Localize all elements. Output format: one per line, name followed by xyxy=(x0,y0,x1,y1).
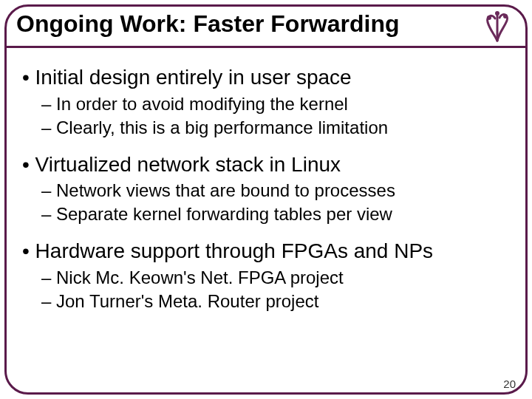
page-number: 20 xyxy=(503,378,516,390)
bullet-sub: – Network views that are bound to proces… xyxy=(41,180,517,202)
bullet-group: • Virtualized network stack in Linux – N… xyxy=(22,152,517,226)
svg-point-0 xyxy=(487,16,491,20)
svg-point-2 xyxy=(495,11,499,16)
bullet-group: • Initial design entirely in user space … xyxy=(22,65,517,139)
svg-point-1 xyxy=(503,14,508,18)
bullet-main: • Virtualized network stack in Linux xyxy=(22,152,517,177)
bullet-main: • Initial design entirely in user space xyxy=(22,65,517,90)
title-underline xyxy=(4,46,528,48)
decorative-logo-icon xyxy=(479,7,516,44)
bullet-sub: – Clearly, this is a big performance lim… xyxy=(41,117,517,139)
bullet-main: • Hardware support through FPGAs and NPs xyxy=(22,239,517,264)
bullet-sub: – Nick Mc. Keown's Net. FPGA project xyxy=(41,267,517,289)
slide-title: Ongoing Work: Faster Forwarding xyxy=(16,10,400,38)
bullet-group: • Hardware support through FPGAs and NPs… xyxy=(22,239,517,313)
bullet-sub: – Separate kernel forwarding tables per … xyxy=(41,203,517,225)
bullet-sub: – Jon Turner's Meta. Router project xyxy=(41,290,517,313)
slide-body: • Initial design entirely in user space … xyxy=(22,59,517,326)
bullet-sub: – In order to avoid modifying the kernel xyxy=(41,93,517,115)
